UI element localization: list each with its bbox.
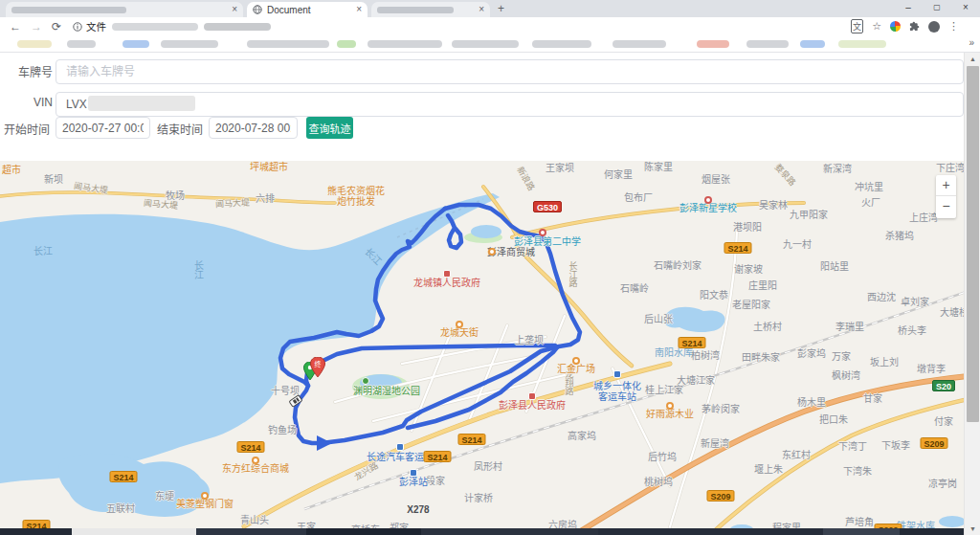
taskbar-block xyxy=(823,528,900,535)
dot-green-poi-icon xyxy=(362,377,369,385)
map-label: 杀猪坞 xyxy=(885,231,914,241)
map-label: 冲坑里 xyxy=(855,182,883,192)
map-label: 老屋阳家 xyxy=(732,300,770,310)
scroll-up-icon[interactable]: ▲ xyxy=(965,53,980,65)
query-track-button[interactable]: 查询轨迹 xyxy=(306,117,353,139)
svg-text:终: 终 xyxy=(315,360,322,368)
zoom-out-button[interactable]: − xyxy=(936,196,956,217)
end-marker-pin[interactable]: 终 xyxy=(310,357,325,378)
zoom-in-button[interactable]: + xyxy=(936,175,956,196)
tab-title: Document xyxy=(267,5,311,15)
map-label: 王家坝 xyxy=(546,163,574,173)
back-icon[interactable]: ← xyxy=(10,20,21,33)
bookmarks-overflow-icon[interactable]: » xyxy=(969,37,974,48)
browser-tab-3[interactable]: × xyxy=(371,2,490,17)
taskbar-block xyxy=(72,528,196,535)
ring-orange-poi-icon xyxy=(666,402,674,410)
scrollbar-thumb[interactable] xyxy=(967,66,979,422)
profile-avatar[interactable] xyxy=(928,21,940,33)
translate-icon[interactable]: 文 xyxy=(851,19,863,33)
extension-logo-icon[interactable] xyxy=(890,21,901,32)
browser-tab-1[interactable]: × xyxy=(6,2,243,17)
road-shield: G530 xyxy=(533,201,562,212)
blurred-tab-title xyxy=(11,7,126,13)
map-label: 茅岭闵家 xyxy=(702,404,740,414)
road-shield: S214 xyxy=(236,441,264,453)
map-label: 石嘴岭刘家 xyxy=(654,260,702,271)
bookmark-item[interactable] xyxy=(532,40,591,48)
map-label: 彭泽站 xyxy=(399,477,428,487)
vin-label: VIN xyxy=(0,96,53,109)
end-time-input[interactable] xyxy=(209,117,298,139)
tab-close-icon[interactable]: × xyxy=(356,5,362,14)
scroll-down-icon[interactable]: ▼ xyxy=(965,523,980,535)
map-label: 十号坝 xyxy=(271,386,300,396)
trajectory-arrow-icon xyxy=(317,435,332,451)
map-label: 龙城镇人民政府 xyxy=(413,278,480,288)
map-label: 田畔朱家 xyxy=(742,352,780,363)
map-label: 东方红综合商城 xyxy=(222,463,289,474)
map-label: 彭泽县人民政府 xyxy=(499,400,566,411)
plate-input[interactable] xyxy=(56,59,964,84)
taskbar-block xyxy=(306,528,421,535)
map-label: 阊马大堤 xyxy=(215,198,251,211)
blurred-url xyxy=(204,23,271,31)
bookmark-item[interactable] xyxy=(122,40,149,48)
map-label: 阳文恭 xyxy=(700,290,728,301)
sq-blue-poi-icon xyxy=(410,469,417,477)
map-label: 陈家里 xyxy=(644,162,673,172)
map-label: 钓鱼场 xyxy=(268,425,297,435)
bookmark-item[interactable] xyxy=(247,40,329,48)
bookmark-item[interactable] xyxy=(800,40,825,48)
map-label: 枫树湾 xyxy=(832,370,860,381)
map-label: 城乡一体化 xyxy=(593,381,641,391)
bookmark-item[interactable] xyxy=(67,40,96,48)
start-time-label: 开始时间 xyxy=(0,121,50,137)
bookmark-item[interactable] xyxy=(368,40,442,48)
plate-label: 车牌号 xyxy=(0,63,53,79)
map-label: 熊毛农资烟花 xyxy=(327,186,385,196)
map-label: 坪城超市 xyxy=(250,162,288,172)
bookmark-item[interactable] xyxy=(452,40,519,48)
extensions-puzzle-icon[interactable] xyxy=(909,21,920,32)
browser-tab-document[interactable]: Document × xyxy=(247,2,368,17)
map-label: 上庄湾 xyxy=(909,212,938,223)
map-label: 把口朱 xyxy=(819,414,848,425)
new-tab-button[interactable]: + xyxy=(498,2,504,15)
map-label: 凤形村 xyxy=(474,461,502,472)
map-label: 超市 xyxy=(2,165,21,175)
window-maximize-button[interactable]: ▢ xyxy=(923,0,951,16)
bottom-bar xyxy=(0,528,980,535)
bookmark-item[interactable] xyxy=(17,40,52,48)
ring-red-poi-icon xyxy=(539,229,546,236)
bookmark-item[interactable] xyxy=(697,40,729,48)
map-label: 高家坞 xyxy=(568,431,596,441)
map-label: 桃树坞 xyxy=(644,477,673,487)
map-label: 墩背李 xyxy=(917,364,946,374)
bookmarks-bar: » xyxy=(0,35,980,53)
forward-icon[interactable]: → xyxy=(31,20,42,33)
browser-menu-icon[interactable]: ⋮ xyxy=(948,20,959,33)
address-bar[interactable]: 文件 xyxy=(73,19,271,33)
bookmark-item[interactable] xyxy=(161,40,218,48)
map-canvas[interactable]: 超市坪城超市新坝牧场六排阊马大堤阊马大堤阊马大堤熊毛农资烟花炮竹批发长江长江长江… xyxy=(0,161,980,535)
bookmark-item[interactable] xyxy=(838,40,886,48)
vertical-scrollbar[interactable]: ▲ ▼ xyxy=(964,53,980,535)
map-label: 长江路 xyxy=(568,262,578,288)
start-time-input[interactable] xyxy=(56,117,150,139)
map-label: 坂上刘 xyxy=(870,357,899,368)
tab-close-icon[interactable]: × xyxy=(479,5,484,14)
bookmark-star-icon[interactable]: ☆ xyxy=(872,20,881,33)
map-label: 龙翔路 xyxy=(564,370,574,396)
taskbar-block xyxy=(598,528,823,535)
map-label: 好雨源木业 xyxy=(646,409,694,419)
bookmark-item[interactable] xyxy=(337,40,356,48)
map-label: 上垄坝 xyxy=(515,335,544,346)
tab-close-icon[interactable]: × xyxy=(232,5,237,14)
bookmark-item[interactable] xyxy=(612,40,666,48)
window-minimize-button[interactable]: – xyxy=(894,0,923,16)
map-base-layer xyxy=(0,161,980,535)
window-close-button[interactable]: × xyxy=(951,0,980,16)
reload-icon[interactable]: ⟳ xyxy=(52,20,61,33)
bookmark-item[interactable] xyxy=(746,40,789,48)
